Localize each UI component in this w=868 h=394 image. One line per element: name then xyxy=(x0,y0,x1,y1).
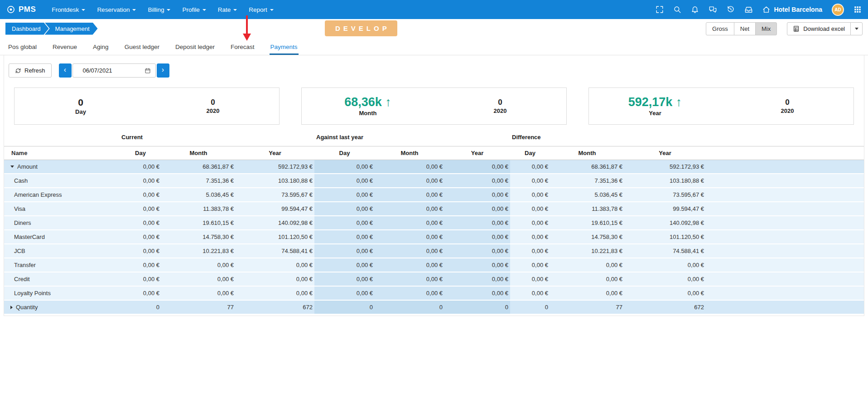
card-label: Year xyxy=(649,110,661,117)
value-cell: 0 xyxy=(510,301,550,314)
toggle-gross[interactable]: Gross xyxy=(706,22,734,35)
menu-reservation[interactable]: Reservation xyxy=(91,0,142,19)
tab-aging[interactable]: Aging xyxy=(92,44,110,55)
previous-day-button[interactable]: ‹ xyxy=(59,63,72,78)
menu-label: Frontdesk xyxy=(52,6,79,13)
table-row-loyalty-points: Loyalty Points0,00 €0,00 €0,00 €0,00 €0,… xyxy=(4,287,864,301)
table-group-header-row: CurrentAgainst last yearDifference xyxy=(4,134,864,146)
value-cell: 592.172,93 € xyxy=(236,160,314,173)
tab-guest-ledger[interactable]: Guest ledger xyxy=(124,44,160,55)
user-avatar[interactable]: AD xyxy=(832,4,844,16)
card-compare-label: 2020 xyxy=(207,107,220,114)
value-cell: 0,00 € xyxy=(444,202,510,215)
breadcrumb-dashboard[interactable]: Dashboard xyxy=(5,23,49,35)
row-name-label: Amount xyxy=(17,160,38,173)
tab-revenue[interactable]: Revenue xyxy=(52,44,78,55)
value-cell: 0,00 € xyxy=(624,287,706,300)
summary-card-day: 0Day02020 xyxy=(14,88,280,125)
row-name-cell: Visa xyxy=(4,202,120,215)
messages-chat-icon[interactable] xyxy=(709,5,717,14)
hotel-selector[interactable]: Hotel Barcelona xyxy=(762,6,822,14)
card-compare-value: 0 xyxy=(785,98,789,106)
search-icon[interactable] xyxy=(673,5,681,14)
tab-forecast[interactable]: Forecast xyxy=(230,44,256,55)
trend-up-icon: ↑ xyxy=(385,95,391,109)
row-name-cell: Credit xyxy=(4,272,120,286)
value-cell: 592.172,93 € xyxy=(624,160,706,173)
column-header-name: Name xyxy=(4,146,120,160)
value-cell: 0,00 € xyxy=(444,272,510,286)
menu-report[interactable]: Report xyxy=(243,0,280,19)
refresh-label: Refresh xyxy=(24,67,45,74)
tab-payments[interactable]: Payments xyxy=(270,44,299,55)
card-main: 68,36k ↑Month xyxy=(302,88,434,124)
expand-caret-icon[interactable] xyxy=(10,306,13,309)
value-cell: 0,00 € xyxy=(314,258,375,272)
table-header-row: NameDayMonthYearDayMonthYearDayMonthYear xyxy=(4,146,864,160)
toggle-mix[interactable]: Mix xyxy=(755,22,777,35)
value-cell: 0,00 € xyxy=(236,272,314,286)
card-value-text: 68,36k xyxy=(344,95,382,109)
menu-rate[interactable]: Rate xyxy=(212,0,243,19)
app-logo[interactable]: PMS xyxy=(6,5,36,14)
breadcrumb-management[interactable]: Management xyxy=(45,23,98,35)
row-name-cell[interactable]: Quantity xyxy=(4,301,120,314)
value-cell: 73.595,67 € xyxy=(624,188,706,201)
value-cell: 103.180,88 € xyxy=(624,174,706,187)
value-cell: 0,00 € xyxy=(314,188,375,201)
main-menu: FrontdeskReservationBillingProfileRateRe… xyxy=(46,0,279,19)
fullscreen-icon[interactable] xyxy=(656,5,664,14)
table-row-american-express: American Express0,00 €5.036,45 €73.595,6… xyxy=(4,188,864,202)
gross-net-mix-toggle: GrossNetMix xyxy=(706,22,777,35)
value-cell: 0,00 € xyxy=(510,188,550,201)
row-name-cell: MasterCard xyxy=(4,230,120,243)
download-excel-button[interactable]: Download excel xyxy=(787,22,851,35)
next-day-button[interactable]: › xyxy=(157,63,169,78)
date-input[interactable]: 06/07/2021 xyxy=(72,63,156,78)
row-filler xyxy=(706,188,864,201)
download-options-button[interactable] xyxy=(850,22,863,35)
column-header-month: Month xyxy=(375,146,444,160)
value-cell: 0 xyxy=(375,301,444,314)
tab-deposit-ledger[interactable]: Deposit ledger xyxy=(174,44,216,55)
value-cell: 0,00 € xyxy=(314,244,375,258)
inbox-tray-icon[interactable] xyxy=(744,5,753,14)
value-cell: 0,00 € xyxy=(510,272,550,286)
calendar-icon[interactable] xyxy=(145,68,151,74)
date-value: 06/07/2021 xyxy=(83,67,112,74)
value-cell: 0,00 € xyxy=(624,258,706,272)
row-filler xyxy=(706,258,864,272)
toggle-net[interactable]: Net xyxy=(734,22,756,35)
refresh-button[interactable]: Refresh xyxy=(9,63,52,78)
tab-pos-global[interactable]: Pos global xyxy=(7,44,38,55)
collapse-caret-icon[interactable] xyxy=(10,165,14,168)
menu-profile[interactable]: Profile xyxy=(176,0,212,19)
card-label: Day xyxy=(75,108,86,115)
card-value: 0 xyxy=(78,97,83,107)
row-name-cell: JCB xyxy=(4,244,120,258)
table-row-credit: Credit0,00 €0,00 €0,00 €0,00 €0,00 €0,00… xyxy=(4,272,864,287)
value-cell: 14.758,30 € xyxy=(161,230,236,243)
notifications-bell-icon[interactable] xyxy=(691,5,699,14)
column-header-year: Year xyxy=(236,146,314,160)
value-cell: 0,00 € xyxy=(375,216,444,229)
excel-file-icon xyxy=(793,25,800,32)
row-name-label: Diners xyxy=(14,216,31,229)
value-cell: 0 xyxy=(444,301,510,314)
value-cell: 0,00 € xyxy=(161,272,236,286)
row-name-label: Cash xyxy=(14,174,28,187)
menu-frontdesk[interactable]: Frontdesk xyxy=(46,0,91,19)
report-tabs: Pos globalRevenueAgingGuest ledgerDeposi… xyxy=(0,38,868,55)
history-icon[interactable] xyxy=(727,5,735,14)
menu-label: Profile xyxy=(182,6,199,13)
value-cell: 0,00 € xyxy=(510,287,550,300)
apps-grid-icon[interactable] xyxy=(854,5,862,14)
column-header-day: Day xyxy=(314,146,375,160)
value-cell: 0,00 € xyxy=(236,287,314,300)
card-compare-value: 0 xyxy=(498,98,502,106)
value-cell: 0,00 € xyxy=(314,202,375,215)
row-name-cell[interactable]: Amount xyxy=(4,160,120,173)
card-compare: 02020 xyxy=(434,88,566,124)
menu-billing[interactable]: Billing xyxy=(142,0,176,19)
row-name-label: MasterCard xyxy=(14,230,45,243)
